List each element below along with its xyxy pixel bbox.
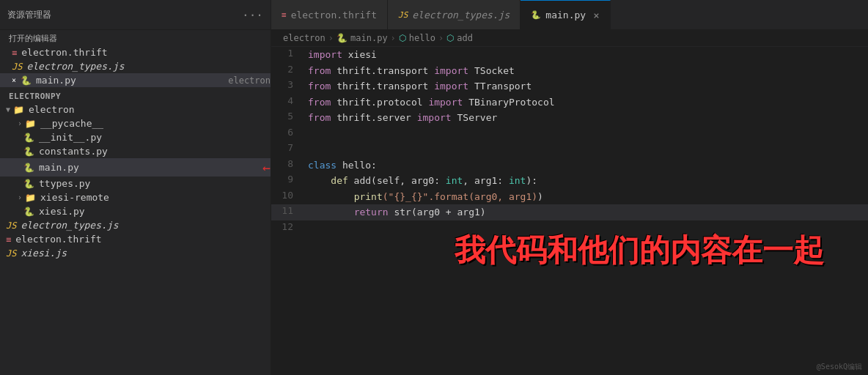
tree-pycache-label: __pycache__ (40, 118, 271, 129)
tree-xiesi-js[interactable]: JS xiesi.js (0, 246, 271, 260)
js-file-icon: JS (398, 10, 408, 20)
tab-py[interactable]: 🐍 main.py × (521, 0, 610, 29)
code-table: 1 import xiesi 2 from thrift.transport i… (271, 47, 868, 236)
tree-init-label: __init__.py (39, 132, 271, 143)
tree-xiesi-remote[interactable]: › 📁 xiesi-remote (0, 190, 271, 204)
code-line-12: 12 (271, 220, 868, 237)
open-editors-label: 打开的编辑器 (0, 30, 271, 45)
tree-xiesi-js-label: xiesi.js (21, 248, 271, 259)
breadcrumb-hello: hello (409, 33, 435, 43)
code-line-6: 6 (271, 126, 868, 142)
code-line-9: 9 def add(self, arg0: int, arg1: int): (271, 173, 868, 189)
tree-ttypes-py[interactable]: 🐍 ttypes.py (0, 177, 271, 190)
open-editor-py-context: electron (228, 75, 271, 86)
tab-py-label: main.py (545, 10, 586, 21)
breadcrumb-py-icon: 🐍 (336, 33, 347, 43)
open-editor-thrift-label: electron.thrift (21, 47, 271, 58)
tab-bar: 资源管理器 ··· ≡ electron.thrift JS electron_… (0, 0, 868, 30)
code-line-1: 1 import xiesi (271, 47, 868, 63)
breadcrumb-sep1: › (328, 33, 334, 43)
tree-xiesi-py[interactable]: 🐍 xiesi.py (0, 204, 271, 218)
code-line-3: 3 from thrift.transport import TTranspor… (271, 78, 868, 94)
open-editor-js-label: electron_types.js (26, 61, 271, 72)
thrift-icon-tree: ≡ (6, 234, 11, 245)
project-label: ELECTRONPY (0, 87, 271, 103)
breadcrumb-add-icon: ⬡ (446, 33, 454, 43)
breadcrumb: electron › 🐍 main.py › ⬡ hello › ⬡ add (271, 30, 868, 47)
tree-electron-label: electron (29, 104, 271, 115)
tree-main-py[interactable]: 🐍 main.py ← (0, 158, 271, 177)
js-icon: JS (12, 62, 22, 72)
py-icon-ttypes: 🐍 (23, 179, 34, 189)
red-arrow-icon: ← (262, 160, 271, 175)
open-editor-py[interactable]: × 🐍 main.py electron (0, 73, 271, 87)
tree-xiesi-label: xiesi.py (39, 206, 271, 217)
sidebar: 打开的编辑器 ≡ electron.thrift JS electron_typ… (0, 30, 271, 375)
tree-electron-thrift[interactable]: ≡ electron.thrift (0, 232, 271, 246)
explorer-title: 资源管理器 (7, 9, 51, 21)
open-editor-py-label: main.py (36, 75, 222, 86)
tab-js-label: electron_types.js (412, 10, 510, 21)
breadcrumb-sep2: › (391, 33, 396, 43)
tree-pycache[interactable]: › 📁 __pycache__ (0, 116, 271, 130)
chevron-down-icon: ▼ (6, 105, 10, 114)
tab-thrift[interactable]: ≡ electron.thrift (271, 0, 388, 29)
open-editor-js[interactable]: JS electron_types.js (0, 59, 271, 73)
py-file-icon: 🐍 (531, 10, 541, 20)
tab-thrift-label: electron.thrift (291, 10, 377, 21)
tree-electron-thrift-label: electron.thrift (15, 234, 271, 245)
js-icon-xiesi: JS (6, 248, 16, 259)
tree-electron-types-label: electron_types.js (21, 220, 271, 231)
folder-icon-pycache: 📁 (25, 119, 36, 129)
folder-icon-remote: 📁 (25, 193, 36, 203)
py-icon-constants: 🐍 (23, 146, 34, 157)
breadcrumb-hello-icon: ⬡ (399, 33, 406, 43)
py-icon-main: 🐍 (23, 163, 34, 173)
chevron-right-icon-remote: › (18, 193, 22, 201)
thrift-icon: ≡ (12, 48, 17, 58)
main-area: 打开的编辑器 ≡ electron.thrift JS electron_typ… (0, 30, 868, 375)
py-icon: 🐍 (21, 75, 32, 86)
tree-init-py[interactable]: 🐍 __init__.py (0, 130, 271, 144)
watermark: @SesokQ编辑 (817, 362, 862, 372)
tree-main-label: main.py (39, 162, 257, 173)
explorer-menu-icon[interactable]: ··· (242, 8, 263, 22)
breadcrumb-add: add (457, 33, 473, 43)
tree-xiesi-remote-label: xiesi-remote (40, 192, 271, 203)
js-icon-types: JS (6, 220, 16, 231)
tree-ttypes-label: ttypes.py (39, 178, 271, 189)
tree-electron-folder[interactable]: ▼ 📁 electron (0, 103, 271, 116)
open-editor-thrift[interactable]: ≡ electron.thrift (0, 45, 271, 59)
tree-electron-types-js[interactable]: JS electron_types.js (0, 218, 271, 232)
code-line-5: 5 from thrift.server import TServer (271, 110, 868, 126)
close-icon-small: × (12, 76, 16, 84)
breadcrumb-electron: electron (283, 33, 326, 43)
sidebar-header: 资源管理器 ··· (0, 0, 271, 29)
code-line-10: 10 print("{}_{}".format(arg0, arg1)) (271, 189, 868, 205)
breadcrumb-mainpy: main.py (350, 33, 388, 43)
editor-panel: electron › 🐍 main.py › ⬡ hello › ⬡ add 1… (271, 30, 868, 375)
tree-constants-py[interactable]: 🐍 constants.py (0, 144, 271, 158)
thrift-file-icon: ≡ (282, 10, 287, 20)
code-line-8: 8 class hello: (271, 157, 868, 174)
code-line-2: 2 from thrift.transport import TSocket (271, 63, 868, 79)
annotation-overlay: 我代码和他们的内容在一起 (455, 230, 824, 271)
py-icon-init: 🐍 (23, 133, 34, 143)
breadcrumb-sep3: › (438, 33, 444, 43)
code-line-11: 11 return str(arg0 + arg1) (271, 204, 868, 220)
code-line-4: 4 from thrift.protocol import TBinaryPro… (271, 94, 868, 111)
tab-close-button[interactable]: × (593, 10, 599, 21)
chevron-right-icon: › (18, 119, 22, 127)
tab-js[interactable]: JS electron_types.js (388, 0, 521, 29)
tabs-container: ≡ electron.thrift JS electron_types.js 🐍… (271, 0, 868, 29)
code-area[interactable]: 1 import xiesi 2 from thrift.transport i… (271, 47, 868, 375)
py-icon-xiesi: 🐍 (23, 207, 34, 217)
code-line-7: 7 (271, 141, 868, 157)
tree-constants-label: constants.py (39, 146, 271, 157)
folder-icon: 📁 (13, 105, 24, 115)
